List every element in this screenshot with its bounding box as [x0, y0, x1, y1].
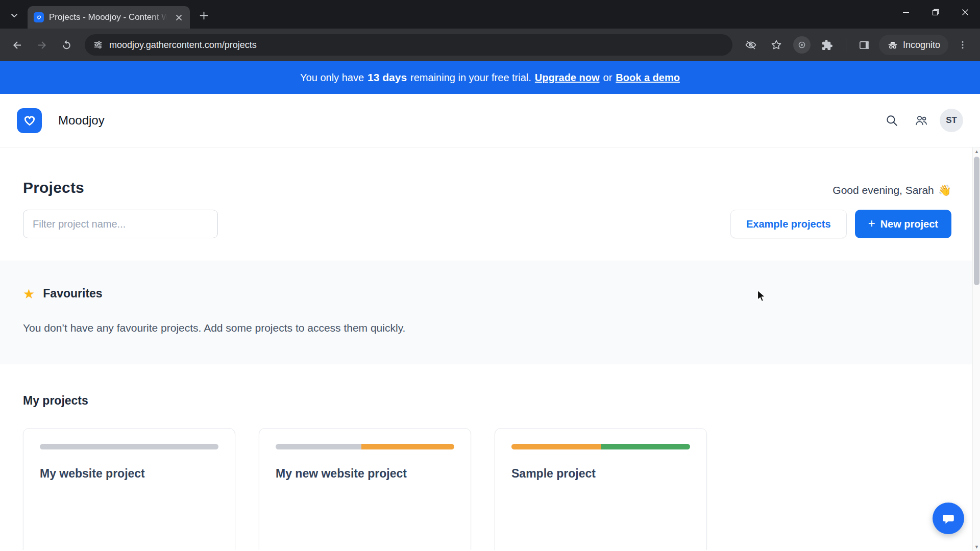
bookmark-star-icon [770, 39, 782, 51]
url-text: moodjoy.gathercontent.com/projects [109, 40, 257, 51]
close-icon [176, 14, 182, 21]
forward-arrow-icon [36, 39, 48, 51]
favourites-empty-message: You don’t have any favourite projects. A… [23, 322, 951, 334]
side-panel-icon [859, 39, 870, 51]
plus-icon: + [868, 217, 875, 230]
url-bar[interactable]: moodjoy.gathercontent.com/projects [85, 34, 732, 56]
forward-button[interactable] [31, 34, 53, 56]
scrollbar-down-arrow[interactable]: ▼ [973, 543, 980, 551]
back-button[interactable] [6, 34, 29, 56]
header-actions: ST [880, 109, 963, 132]
reload-icon [61, 39, 72, 51]
my-projects-title: My projects [23, 394, 951, 408]
trial-banner: You only have 13 days remaining in your … [0, 61, 980, 94]
tab-close-button[interactable] [173, 11, 185, 23]
plus-icon [200, 11, 208, 20]
project-card-title: Sample project [511, 467, 690, 481]
circle-badge-icon [793, 36, 811, 54]
window-restore-button[interactable] [921, 0, 950, 24]
search-icon [885, 114, 898, 127]
heart-logo-icon [22, 113, 37, 128]
site-info-icon [93, 40, 103, 50]
new-project-label: New project [880, 218, 938, 230]
incognito-badge[interactable]: Incognito [879, 35, 948, 55]
window-controls [891, 0, 980, 24]
scrollbar-up-arrow[interactable]: ▲ [973, 147, 980, 156]
tab-search-button[interactable] [5, 6, 23, 24]
vertical-scrollbar[interactable]: ▲ ▼ [972, 147, 980, 551]
book-demo-link[interactable]: Book a demo [616, 72, 680, 84]
app-header: Moodjoy ST [0, 94, 980, 147]
restore-icon [932, 9, 939, 16]
progress-segment [601, 444, 690, 449]
favourites-title: Favourites [43, 287, 102, 300]
bookmark-star-button[interactable] [765, 34, 788, 56]
greeting-text: Good evening, Sarah [832, 184, 934, 196]
kebab-menu-icon [958, 40, 968, 50]
team-people-icon [914, 113, 928, 128]
chat-widget-button[interactable] [933, 503, 964, 534]
project-progress-bar [511, 444, 690, 449]
scrollbar-thumb[interactable] [974, 157, 979, 285]
project-card[interactable]: My new website project [259, 428, 471, 550]
side-panel-button[interactable] [853, 34, 876, 56]
window-minimize-button[interactable] [891, 0, 921, 24]
search-button[interactable] [880, 109, 903, 132]
extensions-puzzle-icon [821, 39, 833, 51]
extensions-button[interactable] [816, 34, 839, 56]
new-tab-button[interactable] [195, 7, 212, 24]
project-card-title: My new website project [276, 467, 454, 481]
incognito-icon [887, 39, 898, 51]
tab-title: Projects - Moodjoy - Content W [49, 12, 167, 22]
progress-segment [361, 444, 454, 449]
banner-text: remaining in your free trial. [410, 72, 531, 84]
team-button[interactable] [910, 109, 933, 132]
eye-off-icon [745, 39, 757, 51]
media-circle-button[interactable] [791, 34, 813, 56]
moodjoy-logo[interactable] [17, 108, 42, 133]
project-card[interactable]: Sample project [495, 428, 707, 550]
avatar[interactable]: ST [940, 109, 963, 132]
progress-segment [511, 444, 601, 449]
preview-eye-off-button[interactable] [740, 34, 762, 56]
browser-toolbar: moodjoy.gathercontent.com/projects Incog… [0, 29, 980, 61]
close-icon [962, 9, 969, 16]
progress-segment [276, 444, 361, 449]
wave-emoji-icon: 👋 [938, 184, 951, 196]
progress-segment [40, 444, 218, 449]
project-progress-bar [40, 444, 218, 449]
brand-name: Moodjoy [58, 113, 105, 128]
chevron-down-icon [10, 11, 18, 19]
project-cards: My website project My new website projec… [23, 428, 951, 550]
project-card[interactable]: My website project [23, 428, 235, 550]
favourite-star-icon: ★ [23, 287, 35, 300]
chat-bubble-icon [941, 511, 956, 526]
toolbar-divider [846, 38, 846, 52]
toolbar-right: Incognito [740, 34, 974, 56]
site-favicon-icon [34, 12, 44, 22]
minimize-icon [902, 9, 910, 16]
banner-text: You only have [300, 72, 364, 84]
banner-days-remaining: 13 days [368, 71, 407, 84]
filter-projects-input[interactable] [23, 210, 218, 238]
browser-tab[interactable]: Projects - Moodjoy - Content W [28, 6, 190, 29]
window-close-button[interactable] [950, 0, 980, 24]
project-progress-bar [276, 444, 454, 449]
back-arrow-icon [11, 39, 23, 51]
banner-text: or [603, 72, 612, 84]
example-projects-button[interactable]: Example projects [730, 210, 847, 238]
tab-strip: Projects - Moodjoy - Content W [0, 0, 980, 29]
project-card-title: My website project [40, 467, 218, 481]
new-project-button[interactable]: + New project [855, 210, 951, 238]
projects-page: Projects Good evening, Sarah 👋 Example p… [0, 147, 980, 550]
incognito-label: Incognito [903, 40, 940, 51]
favourites-section: ★ Favourites You don’t have any favourit… [0, 261, 980, 364]
reload-button[interactable] [55, 34, 78, 56]
browser-menu-button[interactable] [951, 34, 974, 56]
project-actions: Example projects + New project [730, 210, 951, 238]
greeting: Good evening, Sarah 👋 [832, 184, 951, 196]
page-title: Projects [23, 179, 84, 196]
upgrade-now-link[interactable]: Upgrade now [535, 72, 600, 84]
